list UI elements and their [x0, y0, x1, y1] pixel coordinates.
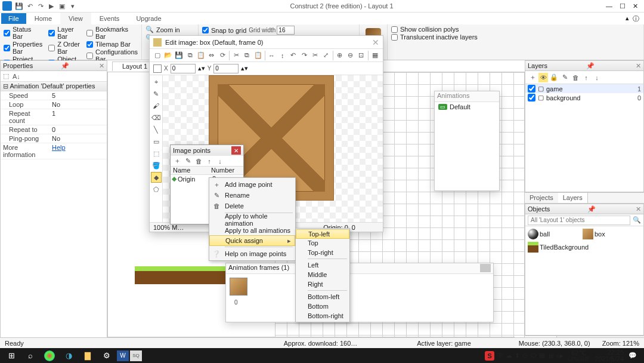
system-tray[interactable]: S 中 ☁⬆⊙🗨▦🖥🕪	[485, 351, 563, 361]
copy-icon[interactable]: ⧉	[186, 51, 194, 60]
task-app1[interactable]: ◑	[60, 349, 78, 362]
sub-bottom-left[interactable]: Bottom-left	[296, 292, 349, 302]
eraser-tool-icon[interactable]: ⌫	[151, 112, 162, 123]
paste2-icon[interactable]: 📋	[253, 51, 262, 60]
panel-pin-icon[interactable]: 📌	[61, 62, 69, 70]
tab-home[interactable]: Home	[26, 13, 60, 24]
check-properties-bar[interactable]: Properties Bar	[4, 41, 42, 55]
rect-tool-icon[interactable]: ▭	[151, 136, 162, 147]
layer-up-icon[interactable]: ↑	[581, 73, 591, 82]
tab-upgrade[interactable]: Upgrade	[128, 13, 169, 24]
ip-add-icon[interactable]: ＋	[173, 157, 181, 165]
link-icon[interactable]: ⇔	[208, 51, 216, 60]
task-explorer[interactable]: ▇	[79, 349, 97, 362]
new-icon[interactable]: ▢	[153, 51, 162, 60]
open-icon[interactable]: 📂	[164, 51, 172, 60]
ribbon-help-icon[interactable]: ▴	[626, 14, 629, 23]
qat-dropdown-icon[interactable]: ▾	[68, 1, 78, 11]
zoom-in-button[interactable]: 🔍Zoom in	[145, 26, 194, 33]
input-grid-width[interactable]	[277, 26, 295, 35]
search-icon[interactable]: ⌕	[21, 349, 39, 362]
task-word[interactable]: W	[117, 350, 129, 361]
panel-pin-icon[interactable]: 📌	[587, 205, 596, 213]
tab-layers[interactable]: Layers	[558, 193, 588, 203]
sub-top-left[interactable]: Top-left	[296, 229, 349, 239]
prop-az-icon[interactable]: A↓	[13, 73, 20, 80]
copy2-icon[interactable]: ⧉	[243, 51, 251, 60]
y-spinner[interactable]: ▴▾	[241, 64, 248, 72]
ip-edit-icon[interactable]: ✎	[184, 157, 192, 165]
ctx-quick-assign[interactable]: Quick assign▸	[209, 235, 295, 246]
help-link[interactable]: Help	[49, 143, 107, 159]
debug-icon[interactable]: ▣	[57, 1, 67, 11]
minimize-button[interactable]: —	[606, 2, 612, 10]
layer-add-icon[interactable]: ＋	[528, 73, 537, 82]
ctx-add-image-point[interactable]: ＋Add image point	[209, 179, 295, 190]
paste-icon[interactable]: 📋	[197, 51, 205, 60]
line-tool-icon[interactable]: ╲	[151, 124, 162, 135]
ip-down-icon[interactable]: ↓	[216, 157, 224, 165]
image-points-close-icon[interactable]: ✕	[231, 146, 241, 155]
layer-delete-icon[interactable]: 🗑	[571, 73, 580, 82]
object-box[interactable]: box	[583, 229, 636, 239]
ip-up-icon[interactable]: ↑	[205, 157, 213, 165]
tray-sogou-icon[interactable]: S	[485, 351, 494, 361]
prop-row-pingpong[interactable]: Ping-pongNo	[1, 134, 107, 143]
y-input[interactable]	[213, 64, 239, 73]
x-input[interactable]	[171, 64, 196, 73]
check-layer-bar[interactable]: Layer Bar	[48, 26, 80, 40]
object-ball[interactable]: ball	[528, 229, 581, 239]
check-translucent[interactable]: Translucent inactive layers	[391, 33, 640, 41]
check-bookmarks-bar[interactable]: Bookmarks Bar	[86, 26, 138, 40]
prop-row-loop[interactable]: LoopNo	[1, 100, 107, 109]
clock[interactable]: 22:25 2021/5/24	[595, 349, 624, 362]
prop-row-speed[interactable]: Speed5	[1, 91, 107, 100]
objects-search-input[interactable]	[528, 216, 630, 225]
zoom-out-icon[interactable]: ⊖	[346, 51, 355, 60]
tiled-background-object[interactable]	[135, 266, 227, 284]
frames-collapse-icon[interactable]	[480, 264, 491, 272]
fill-tool-icon[interactable]: 🪣	[151, 160, 162, 171]
notification-icon[interactable]: 💬	[628, 352, 637, 359]
pencil-tool-icon[interactable]: ✎	[151, 88, 162, 99]
sub-bottom-right[interactable]: Bottom-right	[296, 311, 349, 321]
zoom-fit-icon[interactable]: ⊡	[357, 51, 366, 60]
tab-view[interactable]: View	[60, 13, 91, 24]
run-icon[interactable]: ▶	[47, 1, 56, 11]
ribbon-info-icon[interactable]: ⓘ	[633, 14, 639, 23]
panel-close-icon[interactable]: ✕	[636, 62, 641, 70]
rot-right-icon[interactable]: ↷	[300, 51, 308, 60]
editor-close-icon[interactable]: ✕	[372, 38, 379, 47]
crop-icon[interactable]: ✂	[311, 51, 319, 60]
origin-tool-icon[interactable]: ◆	[151, 172, 162, 183]
layer-lock-icon[interactable]: 🔒	[549, 73, 559, 82]
resize-icon[interactable]: ⤢	[321, 51, 330, 60]
check-snap-grid[interactable]: Snap to grid	[202, 27, 246, 34]
layer-down-icon[interactable]: ↓	[592, 73, 602, 82]
start-button[interactable]: ⊞	[2, 349, 20, 362]
frame-thumb-0[interactable]	[230, 278, 247, 296]
animation-item-default[interactable]: ▭Default	[435, 102, 499, 112]
polygon-tool-icon[interactable]: ⬠	[151, 184, 162, 195]
grid-icon[interactable]: ▦	[371, 51, 379, 60]
color-swatch[interactable]	[153, 64, 162, 73]
panel-pin-icon[interactable]: 📌	[586, 62, 595, 70]
x-spinner[interactable]: ▴▾	[198, 64, 205, 72]
check-tilemap-bar[interactable]: Tilemap Bar	[86, 41, 138, 48]
maximize-button[interactable]: ☐	[620, 2, 626, 10]
ctx-help[interactable]: ❔Help on image points	[209, 248, 295, 259]
pick-tool-icon[interactable]: ⌖	[151, 76, 162, 87]
tray-ime-icon[interactable]: 中	[497, 351, 503, 360]
save-icon[interactable]: 💾	[175, 51, 183, 60]
prop-row-repeat[interactable]: Repeat count1	[1, 109, 107, 125]
close-button[interactable]: ✕	[633, 2, 638, 10]
select-tool-icon[interactable]: ⬚	[151, 148, 162, 159]
redo-icon[interactable]: ↷	[36, 1, 45, 11]
task-app2[interactable]: SQ	[130, 350, 142, 361]
sub-top[interactable]: Top	[296, 238, 349, 248]
zoom-in-icon[interactable]: ⊕	[335, 51, 343, 60]
layer-row-game[interactable]: ▢game1	[525, 84, 643, 93]
panel-close-icon[interactable]: ✕	[636, 205, 641, 213]
save-icon[interactable]: 💾	[14, 1, 24, 11]
file-menu[interactable]: File	[1, 13, 26, 24]
